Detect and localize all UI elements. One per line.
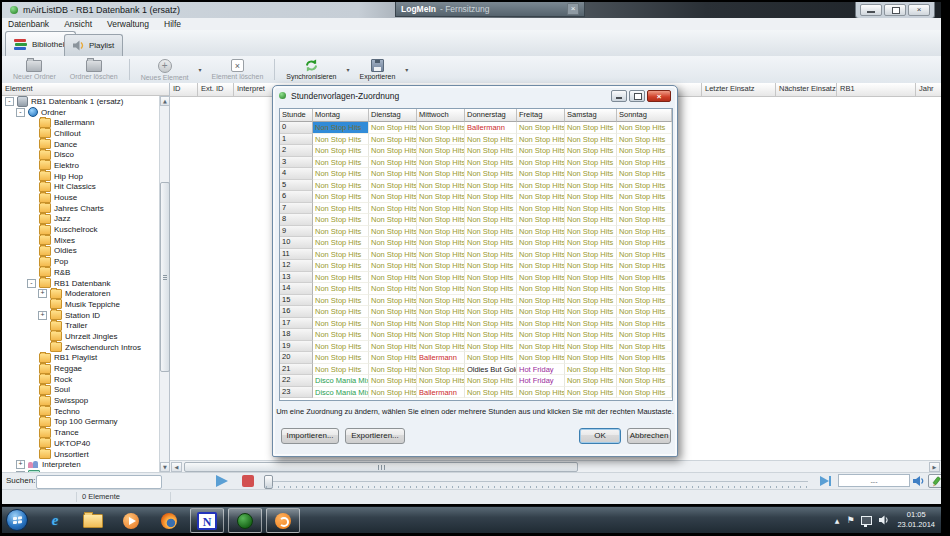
assignment-cell[interactable]: Non Stop Hits bbox=[417, 134, 465, 146]
tree-item-elektro[interactable]: Elektro bbox=[2, 160, 159, 171]
tree-item-trailer[interactable]: Trailer bbox=[2, 320, 159, 331]
assignment-cell[interactable]: Non Stop Hits bbox=[465, 272, 517, 284]
hour-cell[interactable]: 22 bbox=[280, 375, 313, 387]
assignment-cell[interactable]: Non Stop Hits bbox=[369, 364, 417, 376]
assignment-cell[interactable]: Non Stop Hits bbox=[617, 226, 672, 238]
assignment-cell[interactable]: Non Stop Hits bbox=[565, 191, 617, 203]
assignment-cell[interactable]: Non Stop Hits bbox=[417, 375, 465, 387]
assignment-cell[interactable]: Non Stop Hits bbox=[369, 134, 417, 146]
menu-ansicht[interactable]: Ansicht bbox=[64, 19, 92, 29]
assignment-cell[interactable]: Non Stop Hits bbox=[369, 272, 417, 284]
dropdown-arrow-icon[interactable]: ▾ bbox=[199, 66, 202, 73]
assignment-cell[interactable]: Non Stop Hits bbox=[313, 214, 369, 226]
assignment-cell[interactable]: Non Stop Hits bbox=[465, 191, 517, 203]
assignment-cell[interactable]: Non Stop Hits bbox=[369, 122, 417, 134]
scroll-down-icon[interactable]: ▼ bbox=[160, 462, 170, 472]
tree-item-dance[interactable]: Dance bbox=[2, 139, 159, 150]
assignment-cell[interactable]: Non Stop Hits bbox=[465, 180, 517, 192]
assignment-cell[interactable]: Non Stop Hits bbox=[617, 306, 672, 318]
column-header-donnerstag[interactable]: Donnerstag bbox=[465, 109, 517, 122]
assignment-cell[interactable]: Hot Friday bbox=[517, 375, 565, 387]
assignment-cell[interactable]: Non Stop Hits bbox=[617, 364, 672, 376]
tree-collapse-icon[interactable]: - bbox=[16, 108, 25, 117]
assignment-cell[interactable]: Non Stop Hits bbox=[313, 191, 369, 203]
assignment-cell[interactable]: Non Stop Hits bbox=[617, 272, 672, 284]
assignment-cell[interactable]: Non Stop Hits bbox=[617, 191, 672, 203]
assignment-cell[interactable]: Non Stop Hits bbox=[417, 318, 465, 330]
hour-cell[interactable]: 10 bbox=[280, 237, 313, 249]
assignment-cell[interactable]: Non Stop Hits bbox=[313, 237, 369, 249]
export-button[interactable]: Exportieren... bbox=[345, 428, 405, 444]
assignment-cell[interactable]: Non Stop Hits bbox=[517, 168, 565, 180]
assignment-cell[interactable]: Non Stop Hits bbox=[565, 249, 617, 261]
assignment-cell[interactable]: Non Stop Hits bbox=[617, 157, 672, 169]
assignment-cell[interactable]: Non Stop Hits bbox=[617, 283, 672, 295]
hour-cell[interactable]: 4 bbox=[280, 168, 313, 180]
assignment-cell[interactable]: Non Stop Hits bbox=[565, 226, 617, 238]
assignment-cell[interactable]: Non Stop Hits bbox=[313, 318, 369, 330]
column-header-jahr[interactable]: Jahr bbox=[916, 83, 941, 96]
assignment-cell[interactable]: Non Stop Hits bbox=[313, 226, 369, 238]
assignment-cell[interactable]: Non Stop Hits bbox=[517, 306, 565, 318]
tree-item-jazz[interactable]: Jazz bbox=[2, 214, 159, 225]
import-button[interactable]: Importieren... bbox=[281, 428, 339, 444]
hour-cell[interactable]: 19 bbox=[280, 341, 313, 353]
logmein-close-icon[interactable]: × bbox=[567, 3, 579, 15]
column-header-dienstag[interactable]: Dienstag bbox=[369, 109, 417, 122]
assignment-cell[interactable]: Non Stop Hits bbox=[417, 122, 465, 134]
tab-playlist[interactable]: Playlist bbox=[64, 34, 123, 56]
stop-button[interactable] bbox=[242, 475, 254, 487]
assignment-cell[interactable]: Non Stop Hits bbox=[369, 145, 417, 157]
assignment-cell[interactable]: Non Stop Hits bbox=[517, 145, 565, 157]
hour-cell[interactable]: 23 bbox=[280, 387, 313, 399]
tree-item-hit-classics[interactable]: Hit Classics bbox=[2, 182, 159, 193]
search-input[interactable] bbox=[36, 475, 162, 489]
scroll-left-icon[interactable]: ◀ bbox=[171, 462, 182, 472]
dialog-minimize-button[interactable] bbox=[611, 90, 627, 102]
assignment-cell[interactable]: Non Stop Hits bbox=[369, 375, 417, 387]
tree-item-musik-teppiche[interactable]: Musik Teppiche bbox=[2, 299, 159, 310]
assignment-cell[interactable]: Non Stop Hits bbox=[313, 272, 369, 284]
assignment-cell[interactable]: Non Stop Hits bbox=[313, 145, 369, 157]
assignment-cell[interactable]: Non Stop Hits bbox=[417, 168, 465, 180]
assignment-cell[interactable]: Non Stop Hits bbox=[565, 168, 617, 180]
tree-item-rb1-playlist[interactable]: RB1 Playlist bbox=[2, 353, 159, 364]
tree-item-uhrzeit-jingles[interactable]: Uhrzeit Jingles bbox=[2, 331, 159, 342]
hour-cell[interactable]: 14 bbox=[280, 283, 313, 295]
assignment-cell[interactable]: Non Stop Hits bbox=[465, 329, 517, 341]
tree-item-ordner[interactable]: -Ordner bbox=[2, 107, 159, 118]
tree-item-interpreten[interactable]: +Interpreten bbox=[2, 459, 159, 470]
assignment-cell[interactable]: Non Stop Hits bbox=[565, 214, 617, 226]
assignment-cell[interactable]: Non Stop Hits bbox=[565, 134, 617, 146]
assignment-cell[interactable]: Non Stop Hits bbox=[617, 237, 672, 249]
assignment-cell[interactable]: Non Stop Hits bbox=[517, 134, 565, 146]
assignment-cell[interactable]: Non Stop Hits bbox=[617, 180, 672, 192]
assignment-cell[interactable]: Oldies But Goldies bbox=[465, 364, 517, 376]
assignment-cell[interactable]: Non Stop Hits bbox=[517, 249, 565, 261]
tree-item-pop[interactable]: Pop bbox=[2, 256, 159, 267]
assignment-cell[interactable]: Non Stop Hits bbox=[565, 375, 617, 387]
column-header-ext-id[interactable]: Ext. ID bbox=[198, 83, 234, 96]
tree-expand-icon[interactable]: + bbox=[38, 311, 47, 320]
hour-cell[interactable]: 16 bbox=[280, 306, 313, 318]
tree-column-header[interactable]: Element bbox=[2, 83, 169, 96]
hour-cell[interactable]: 1 bbox=[280, 134, 313, 146]
assignment-cell[interactable]: Non Stop Hits bbox=[313, 168, 369, 180]
tree-item-rock[interactable]: Rock bbox=[2, 374, 159, 385]
assignment-cell[interactable]: Non Stop Hits bbox=[565, 318, 617, 330]
assignment-cell[interactable]: Non Stop Hits bbox=[369, 352, 417, 364]
tree-item-swisspop[interactable]: Swisspop bbox=[2, 395, 159, 406]
assignment-cell[interactable]: Non Stop Hits bbox=[369, 329, 417, 341]
tree-item-zwischendurch-intros[interactable]: Zwischendurch Intros bbox=[2, 342, 159, 353]
assignment-cell[interactable]: Non Stop Hits bbox=[369, 214, 417, 226]
tree-item-oldies[interactable]: Oldies bbox=[2, 246, 159, 257]
assignment-cell[interactable]: Non Stop Hits bbox=[565, 364, 617, 376]
hour-cell[interactable]: 15 bbox=[280, 295, 313, 307]
assignment-cell[interactable]: Non Stop Hits bbox=[517, 237, 565, 249]
hour-cell[interactable]: 18 bbox=[280, 329, 313, 341]
column-header-letzter-einsatz[interactable]: Letzter Einsatz bbox=[702, 83, 776, 96]
scrollbar-thumb[interactable] bbox=[160, 182, 170, 372]
assignment-cell[interactable]: Non Stop Hits bbox=[369, 226, 417, 238]
menu-verwaltung[interactable]: Verwaltung bbox=[107, 19, 149, 29]
assignment-cell[interactable]: Non Stop Hits bbox=[465, 237, 517, 249]
